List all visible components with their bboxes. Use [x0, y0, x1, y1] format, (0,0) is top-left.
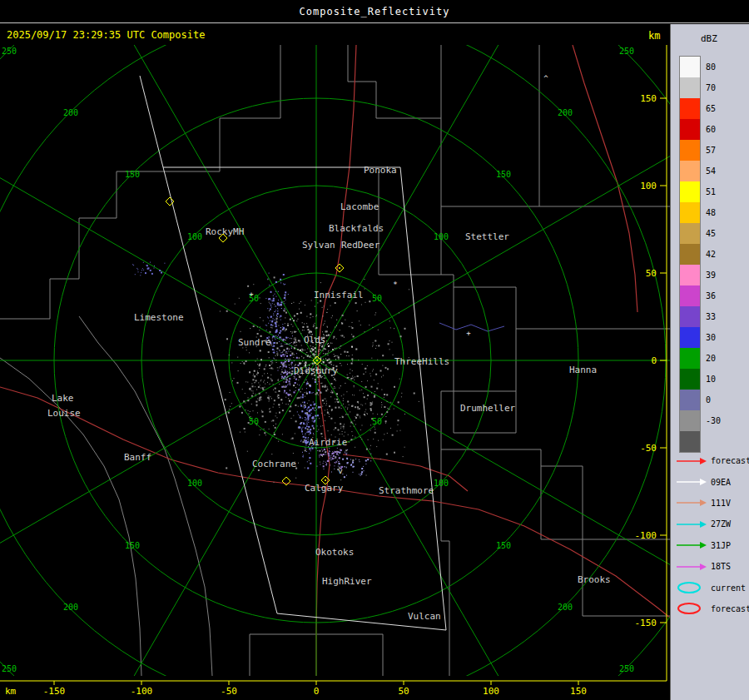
echo-dot — [275, 281, 277, 283]
echo-dot — [260, 388, 261, 389]
echo-dot — [398, 401, 399, 403]
echo-dot — [278, 305, 279, 305]
echo-dot — [351, 431, 352, 432]
echo-dot — [306, 385, 307, 385]
echo-dot — [352, 355, 353, 355]
echo-dot — [377, 414, 378, 415]
echo-dot — [150, 262, 151, 263]
echo-dot — [309, 457, 310, 459]
ring-label-150: 150 — [496, 170, 511, 179]
echo-dot — [240, 432, 241, 433]
echo-dot — [339, 463, 340, 464]
echo-dot — [322, 425, 323, 426]
echo-dot — [329, 454, 330, 455]
echo-dot — [309, 434, 310, 435]
echo-dot — [305, 427, 306, 429]
dbz-label-column: 807065605754514845423936333020100-30 — [706, 56, 741, 453]
echo-dot — [270, 291, 272, 293]
echo-dot — [327, 360, 329, 361]
echo-dot — [325, 390, 327, 391]
echo-dot — [301, 430, 303, 432]
echo-dot — [290, 360, 291, 360]
echo-dot — [352, 395, 353, 395]
echo-dot — [259, 364, 260, 365]
echo-dot — [311, 393, 312, 394]
echo-dot — [253, 410, 254, 411]
echo-dot — [315, 410, 315, 411]
echo-dot — [270, 305, 271, 305]
echo-dot — [305, 364, 306, 365]
echo-dot — [306, 414, 307, 415]
echo-dot — [355, 376, 355, 377]
echo-dot — [289, 360, 290, 360]
echo-dot — [253, 390, 254, 391]
echo-dot — [330, 458, 331, 459]
echo-dot — [314, 404, 315, 405]
echo-dot — [365, 279, 365, 280]
echo-dot — [285, 284, 285, 285]
echo-dot — [364, 396, 365, 398]
echo-dot — [276, 315, 277, 316]
echo-dot — [306, 393, 308, 395]
echo-dot — [234, 378, 235, 379]
city-label-stettler: Stettler — [465, 231, 509, 242]
echo-dot — [281, 305, 282, 305]
echo-dot — [362, 425, 363, 426]
dbz-swatch-39 — [680, 265, 700, 285]
radial-240deg — [0, 360, 316, 593]
echo-dot — [399, 312, 399, 313]
ring-label-200: 200 — [63, 108, 78, 117]
echo-dot — [404, 414, 405, 415]
echo-dot — [275, 392, 276, 393]
echo-dot — [262, 415, 264, 417]
echo-dot — [285, 340, 285, 340]
echo-dot — [285, 392, 287, 394]
echo-dot — [283, 339, 285, 340]
echo-dot — [286, 373, 288, 375]
echo-dot — [306, 419, 307, 420]
echo-dot — [300, 376, 301, 377]
echo-dot — [316, 410, 317, 410]
dbz-swatch-20 — [680, 348, 700, 369]
echo-dot — [401, 393, 402, 394]
echo-dot — [335, 355, 335, 356]
echo-dot — [371, 393, 372, 394]
echo-dot — [272, 369, 273, 370]
echo-dot — [305, 424, 306, 424]
echo-dot — [275, 339, 275, 340]
echo-dot — [259, 393, 260, 395]
echo-dot — [247, 382, 248, 383]
echo-dot — [309, 415, 310, 416]
echo-dot — [282, 324, 283, 325]
echo-dot — [300, 391, 301, 392]
echo-dot — [270, 396, 270, 397]
echo-dot — [269, 285, 270, 285]
right-tick-label: -50 — [640, 443, 657, 454]
echo-dot — [255, 380, 257, 381]
echo-dot — [249, 352, 250, 353]
echo-dot — [351, 464, 352, 464]
echo-dot — [270, 368, 270, 369]
dbz-swatch-54 — [680, 161, 700, 181]
echo-dot — [246, 350, 247, 350]
echo-dot — [273, 342, 274, 343]
echo-dot — [275, 306, 275, 307]
echo-dot — [306, 323, 307, 324]
echo-dot — [253, 375, 254, 376]
county-line — [541, 466, 583, 539]
bottom-tick-label: -50 — [221, 686, 237, 697]
echo-dot — [244, 364, 245, 365]
echo-dot — [322, 307, 323, 308]
echo-dot — [334, 458, 335, 459]
echo-dot — [314, 418, 315, 419]
echo-dot — [280, 374, 281, 375]
echo-dot — [320, 350, 320, 350]
echo-dot — [306, 432, 307, 433]
echo-dot — [339, 388, 340, 389]
echo-dot — [251, 384, 252, 385]
echo-dot — [289, 349, 290, 350]
echo-dot — [260, 380, 261, 381]
echo-dot — [333, 338, 334, 339]
echo-dot — [335, 359, 336, 360]
echo-dot — [334, 354, 335, 355]
